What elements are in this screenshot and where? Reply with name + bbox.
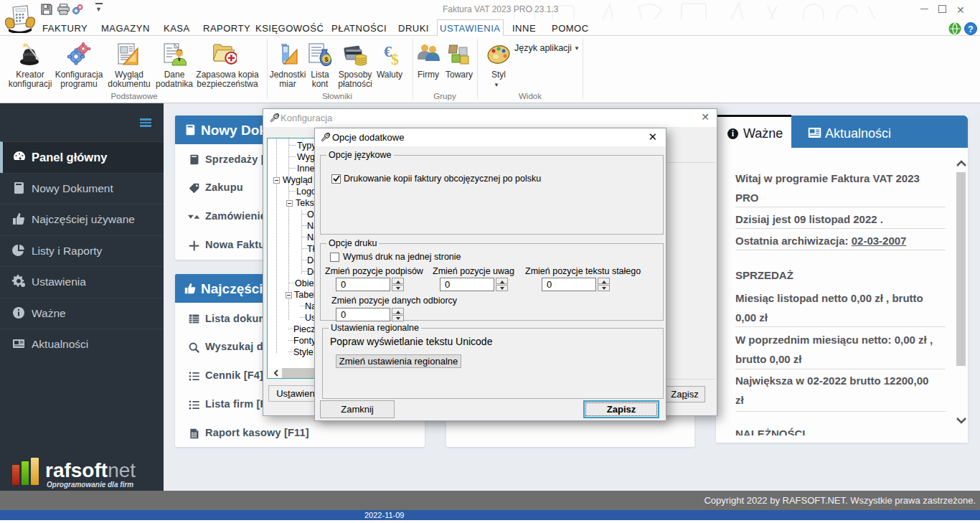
svg-text:?: ? — [968, 24, 973, 34]
svg-text:$: $ — [324, 56, 328, 63]
svg-text:$: $ — [391, 50, 399, 67]
